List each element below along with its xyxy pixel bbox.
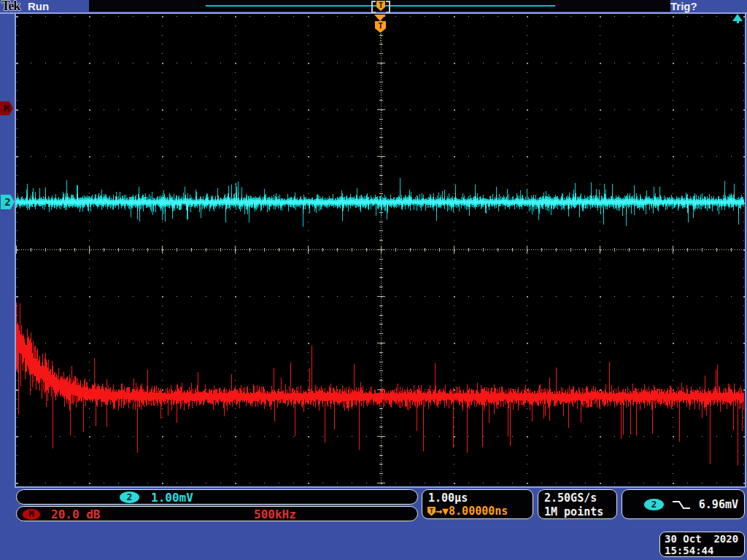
delay-arrows: →▼ bbox=[436, 505, 449, 518]
tek-logo: Tek bbox=[1, 0, 20, 14]
date-value: 30 Oct 2020 bbox=[665, 533, 744, 545]
trigger-flag-icon: T bbox=[376, 1, 385, 11]
acquisition-readout: 2.50GS/s 1M points bbox=[538, 489, 617, 519]
trigger-status: Trig? bbox=[670, 0, 697, 12]
datetime-readout: 30 Oct 2020 15:54:44 bbox=[659, 532, 745, 557]
record-view-trigger-marker[interactable]: T bbox=[371, 0, 390, 12]
sample-rate: 2.50GS/s bbox=[544, 491, 597, 505]
ch2-scale-readout: 2 1.00mV bbox=[16, 489, 418, 505]
ch2-ground-marker[interactable]: 2 bbox=[1, 195, 15, 209]
math-reference-marker[interactable]: M bbox=[0, 101, 13, 115]
trigger-level-arrow-stem bbox=[737, 21, 739, 23]
record-view-strip: T bbox=[89, 0, 670, 12]
trigger-level-offscreen-arrow-icon[interactable] bbox=[732, 14, 743, 21]
math-scale-readout: M 20.0 dB 500kHz bbox=[16, 506, 418, 521]
horizontal-readout: 1.00µs T →▼ 8.00000ns bbox=[422, 489, 533, 519]
ch2-volts-per-div: 1.00mV bbox=[151, 491, 193, 505]
trigger-delay-row: T →▼ 8.00000ns bbox=[427, 505, 508, 517]
math-freq-per-div: 500kHz bbox=[254, 508, 296, 521]
math-db-per-div: 20.0 dB bbox=[51, 508, 100, 521]
trigger-position-arrow-icon[interactable] bbox=[374, 15, 386, 21]
trigger-delay-value: 8.00000ns bbox=[449, 505, 508, 518]
trigger-position-tail bbox=[380, 34, 381, 43]
trigger-readout: 2 6.96mV bbox=[622, 489, 745, 519]
graticule-and-traces-canvas bbox=[16, 14, 745, 486]
trigger-flag-icon: T bbox=[427, 507, 436, 516]
math-badge: M bbox=[23, 509, 40, 520]
record-length: 1M points bbox=[544, 505, 603, 518]
ch2-badge: 2 bbox=[120, 491, 139, 503]
graticule-frame bbox=[15, 12, 746, 488]
falling-edge-icon bbox=[672, 499, 691, 510]
top-status-bar: Tek Run T Trig? bbox=[0, 0, 747, 12]
acquisition-status: Run bbox=[28, 0, 49, 12]
bracket-right-icon bbox=[386, 1, 390, 13]
time-per-div: 1.00µs bbox=[428, 491, 468, 505]
bracket-left-icon bbox=[371, 1, 376, 13]
time-value: 15:54:44 bbox=[665, 545, 744, 556]
trigger-source-badge: 2 bbox=[644, 499, 664, 510]
trigger-level-value: 6.96mV bbox=[699, 498, 738, 511]
